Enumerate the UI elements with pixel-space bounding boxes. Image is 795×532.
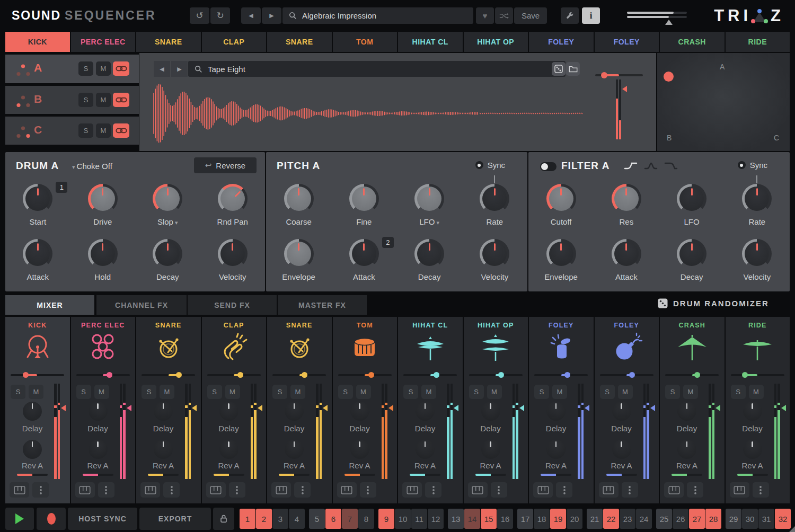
track-tab-foley[interactable]: FOLEY	[529, 32, 594, 52]
track-tab-hihat-cl[interactable]: HIHAT CL	[398, 32, 463, 52]
channel-keyboard-button[interactable]	[402, 482, 422, 498]
delay-send-knob[interactable]	[677, 402, 696, 421]
browse-folder-button[interactable]	[566, 62, 580, 76]
channel-solo-button[interactable]: S	[11, 385, 25, 399]
delay-send-knob[interactable]	[743, 402, 762, 421]
volume-slider-handle[interactable]	[107, 372, 112, 378]
volume-slider-handle[interactable]	[694, 372, 700, 378]
channel-solo-button[interactable]: S	[76, 385, 91, 399]
mixer-channel-foley[interactable]: FOLEYSMDelayRev A	[595, 317, 659, 503]
channel-fader-handle[interactable]	[388, 405, 393, 411]
track-tab-kick[interactable]: KICK	[5, 32, 70, 52]
decay-knob[interactable]	[414, 239, 444, 269]
reverb-send-knob[interactable]	[154, 440, 173, 459]
channel-menu-button[interactable]	[294, 482, 311, 498]
mixer-channel-hihat-op[interactable]: HIHAT OPSMDelayRev A	[464, 317, 528, 503]
channel-mute-button[interactable]: M	[94, 385, 109, 399]
channel-mute-button[interactable]: M	[487, 385, 502, 399]
reverb-send-knob[interactable]	[677, 440, 696, 459]
volume-slider-handle[interactable]	[434, 372, 439, 378]
lowpass-filter-icon[interactable]	[664, 162, 678, 170]
reverb-send-amount-bar[interactable]	[475, 474, 506, 476]
settings-button[interactable]	[561, 7, 579, 24]
step-12[interactable]: 12	[428, 509, 444, 529]
layer-link-button[interactable]	[113, 93, 129, 107]
track-tab-crash[interactable]: CRASH	[660, 32, 725, 52]
step-1[interactable]: 1	[240, 509, 255, 529]
rate-knob[interactable]	[480, 184, 509, 214]
step-30[interactable]: 30	[742, 509, 758, 529]
sample-layer-a[interactable]: ASM	[5, 55, 139, 83]
channel-solo-button[interactable]: S	[338, 385, 353, 399]
channel-solo-button[interactable]: S	[403, 385, 418, 399]
host-sync-button[interactable]: HOST SYNC	[68, 508, 137, 530]
step-6[interactable]: 6	[325, 509, 341, 529]
decay-knob[interactable]	[677, 239, 706, 269]
channel-mute-button[interactable]: M	[749, 385, 764, 399]
step-24[interactable]: 24	[636, 509, 652, 529]
step-29[interactable]: 29	[726, 509, 741, 529]
step-26[interactable]: 26	[673, 509, 688, 529]
start-knob[interactable]: 1	[23, 184, 52, 214]
channel-volume-slider[interactable]	[600, 374, 653, 376]
delay-send-knob[interactable]	[285, 402, 304, 421]
reverb-send-amount-bar[interactable]	[541, 474, 571, 476]
delay-send-knob[interactable]	[89, 402, 108, 421]
mixer-channel-crash[interactable]: CRASHSMDelayRev A	[660, 317, 725, 503]
track-tab-foley[interactable]: FOLEY	[595, 32, 659, 52]
channel-mute-button[interactable]: M	[618, 385, 633, 399]
tab-send-fx[interactable]: SEND FX	[188, 295, 277, 315]
channel-volume-slider[interactable]	[403, 374, 457, 376]
channel-fader-handle[interactable]	[781, 405, 786, 411]
info-button[interactable]: i	[582, 7, 600, 24]
reverb-send-amount-bar[interactable]	[737, 474, 768, 476]
res-knob[interactable]	[612, 184, 641, 214]
channel-mute-button[interactable]: M	[356, 385, 371, 399]
drum-randomizer-button[interactable]: DRUM RANDOMIZER	[658, 298, 769, 308]
reverb-send-amount-bar[interactable]	[606, 474, 637, 476]
sample-prev-button[interactable]: ◀	[154, 61, 170, 77]
reverb-send-amount-bar[interactable]	[17, 474, 48, 476]
highpass-filter-icon[interactable]	[624, 162, 638, 170]
reverb-send-amount-bar[interactable]	[148, 474, 179, 476]
sample-search-input[interactable]: Tape Eight	[188, 61, 566, 77]
step-7[interactable]: 7	[342, 509, 358, 529]
track-tab-hihat-op[interactable]: HIHAT OP	[464, 32, 528, 52]
channel-keyboard-button[interactable]	[337, 482, 357, 498]
velocity-knob[interactable]	[480, 239, 509, 269]
reverb-send-knob[interactable]	[416, 440, 435, 459]
channel-volume-slider[interactable]	[469, 374, 523, 376]
pan-slider-handle[interactable]	[601, 72, 607, 78]
channel-volume-slider[interactable]	[142, 374, 195, 376]
reverb-send-amount-bar[interactable]	[410, 474, 440, 476]
step-13[interactable]: 13	[448, 509, 464, 529]
channel-volume-slider[interactable]	[11, 374, 64, 376]
mixer-channel-hihat-cl[interactable]: HIHAT CLSMDelayRev A	[398, 317, 463, 503]
delay-send-knob[interactable]	[350, 402, 369, 421]
step-28[interactable]: 28	[705, 509, 721, 529]
step-15[interactable]: 15	[481, 509, 497, 529]
reverb-send-knob[interactable]	[743, 440, 762, 459]
export-button[interactable]: EXPORT	[139, 508, 211, 530]
channel-keyboard-button[interactable]	[730, 482, 749, 498]
step-3[interactable]: 3	[272, 509, 288, 529]
tab-master-fx[interactable]: MASTER FX	[278, 295, 367, 315]
reverb-send-knob[interactable]	[219, 440, 238, 459]
xy-pad-handle[interactable]	[664, 72, 674, 82]
channel-fader-handle[interactable]	[454, 405, 458, 411]
channel-fader-handle[interactable]	[650, 405, 655, 411]
channel-keyboard-button[interactable]	[140, 482, 160, 498]
step-17[interactable]: 17	[517, 509, 533, 529]
channel-fader-handle[interactable]	[519, 405, 524, 411]
preset-search-input[interactable]: Algebraic Impression	[282, 7, 473, 24]
sample-layer-c[interactable]: CSM	[5, 117, 139, 145]
volume-slider-handle[interactable]	[176, 372, 182, 378]
layer-mute-button[interactable]: M	[96, 61, 111, 76]
channel-keyboard-button[interactable]	[75, 482, 95, 498]
channel-solo-button[interactable]: S	[272, 385, 287, 399]
layer-solo-button[interactable]: S	[78, 93, 93, 107]
channel-fader-handle[interactable]	[323, 405, 328, 411]
channel-menu-button[interactable]	[229, 482, 245, 498]
hold-knob[interactable]	[88, 239, 118, 269]
channel-volume-slider[interactable]	[731, 374, 784, 376]
